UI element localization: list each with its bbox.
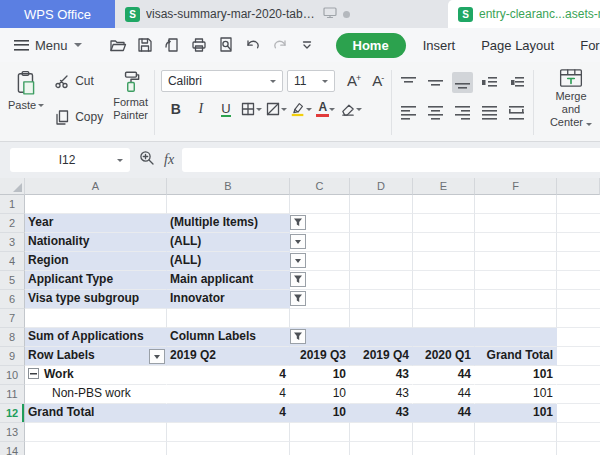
more-toolbar-options-button[interactable] [295, 33, 320, 57]
print-preview-button[interactable] [214, 33, 239, 57]
dropdown-button[interactable] [290, 234, 306, 249]
cell[interactable] [557, 328, 600, 347]
italic-button[interactable]: I [190, 99, 212, 119]
row-header[interactable]: 6 [0, 290, 25, 309]
cell[interactable] [290, 290, 350, 309]
paste-button[interactable]: Paste [8, 68, 44, 111]
decrease-indent-button[interactable] [479, 72, 500, 93]
cell[interactable] [290, 233, 350, 252]
cell[interactable] [413, 214, 475, 233]
pivot-value-cell[interactable]: 10 [290, 366, 350, 385]
row-header[interactable]: 11 [0, 385, 25, 404]
filter-button[interactable] [290, 291, 306, 306]
cell[interactable] [25, 423, 167, 442]
zoom-search-button[interactable] [138, 149, 156, 171]
row-header[interactable]: 14 [0, 442, 25, 455]
cell[interactable] [350, 442, 413, 455]
underline-button[interactable]: U [215, 99, 237, 119]
pivot-value-cell[interactable]: 101 [475, 404, 557, 423]
pivot-measure-cell[interactable]: Sum of Applications [25, 328, 167, 347]
cell[interactable] [290, 442, 350, 455]
row-header-active[interactable]: 12 [0, 404, 25, 423]
cell[interactable] [167, 195, 290, 214]
open-file-button[interactable] [106, 33, 131, 57]
row-header[interactable]: 4 [0, 252, 25, 271]
cell[interactable] [350, 195, 413, 214]
pivot-column-header[interactable]: 2020 Q1 [413, 347, 475, 366]
pivot-filter-value[interactable]: (ALL) [167, 233, 290, 252]
pivot-value-cell[interactable]: 101 [475, 385, 557, 404]
fill-color-button[interactable] [265, 99, 287, 119]
decrease-font-button[interactable]: A- [372, 72, 385, 90]
cell[interactable] [25, 442, 167, 455]
cell[interactable] [350, 290, 413, 309]
column-header-c[interactable]: C [290, 178, 350, 195]
pivot-row-label[interactable]: Work [25, 366, 167, 385]
print-button[interactable] [187, 33, 212, 57]
align-middle-button[interactable] [425, 72, 446, 93]
cell[interactable] [557, 442, 600, 455]
pivot-column-header[interactable]: Grand Total [475, 347, 557, 366]
pivot-value-cell[interactable]: 10 [290, 385, 350, 404]
cell[interactable] [557, 347, 600, 366]
format-painter-button[interactable]: Format Painter [113, 68, 148, 122]
cell[interactable] [557, 309, 600, 328]
row-header[interactable]: 5 [0, 271, 25, 290]
column-header-f[interactable]: F [475, 178, 557, 195]
align-right-button[interactable] [452, 102, 473, 123]
pivot-value-cell[interactable]: 4 [167, 366, 290, 385]
row-header[interactable]: 8 [0, 328, 25, 347]
cell[interactable] [475, 252, 557, 271]
pivot-column-header[interactable]: 2019 Q3 [290, 347, 350, 366]
redo-button[interactable] [268, 33, 293, 57]
cell[interactable] [475, 271, 557, 290]
tab-page-layout[interactable]: Page Layout [468, 34, 567, 57]
pivot-filter-label[interactable]: Visa type subgroup [25, 290, 167, 309]
cell[interactable] [350, 252, 413, 271]
dropdown-button[interactable] [290, 253, 306, 268]
cell[interactable] [290, 328, 350, 347]
row-header[interactable]: 9 [0, 347, 25, 366]
increase-font-button[interactable]: A+ [347, 72, 362, 90]
menu-button[interactable]: Menu [8, 38, 88, 53]
cell[interactable] [475, 328, 557, 347]
row-labels-dropdown-button[interactable] [149, 349, 165, 364]
cell[interactable] [413, 233, 475, 252]
undo-button[interactable] [241, 33, 266, 57]
cell[interactable] [350, 271, 413, 290]
pivot-filter-label[interactable]: Year [25, 214, 167, 233]
cell[interactable] [557, 214, 600, 233]
cell[interactable] [557, 233, 600, 252]
cell[interactable] [290, 214, 350, 233]
cell[interactable] [350, 233, 413, 252]
pivot-filter-label[interactable]: Region [25, 252, 167, 271]
cell[interactable] [413, 195, 475, 214]
column-header-e[interactable]: E [413, 178, 475, 195]
pivot-value-cell[interactable]: 10 [290, 404, 350, 423]
increase-indent-button[interactable] [506, 72, 527, 93]
name-box[interactable]: I12 [10, 148, 130, 172]
pivot-filter-value[interactable]: Main applicant [167, 271, 290, 290]
cell[interactable] [413, 252, 475, 271]
collapse-group-button[interactable] [28, 368, 39, 379]
cell[interactable] [475, 214, 557, 233]
cell[interactable] [557, 404, 600, 423]
cell[interactable] [475, 195, 557, 214]
row-header[interactable]: 10 [0, 366, 25, 385]
row-header[interactable]: 1 [0, 195, 25, 214]
insert-function-button[interactable]: fx [164, 152, 174, 168]
cell[interactable] [290, 271, 350, 290]
font-name-select[interactable]: Calibri [161, 70, 283, 92]
font-size-select[interactable]: 11 [287, 70, 335, 92]
cell[interactable] [475, 423, 557, 442]
pivot-value-cell[interactable]: 43 [350, 404, 413, 423]
pivot-row-label[interactable]: Non-PBS work [25, 385, 167, 404]
select-all-corner[interactable] [0, 178, 25, 195]
cell[interactable] [290, 309, 350, 328]
pivot-filter-label[interactable]: Nationality [25, 233, 167, 252]
cell[interactable] [350, 309, 413, 328]
cell[interactable] [167, 423, 290, 442]
cell[interactable] [413, 271, 475, 290]
cell[interactable] [413, 290, 475, 309]
highlight-color-button[interactable] [290, 99, 312, 119]
